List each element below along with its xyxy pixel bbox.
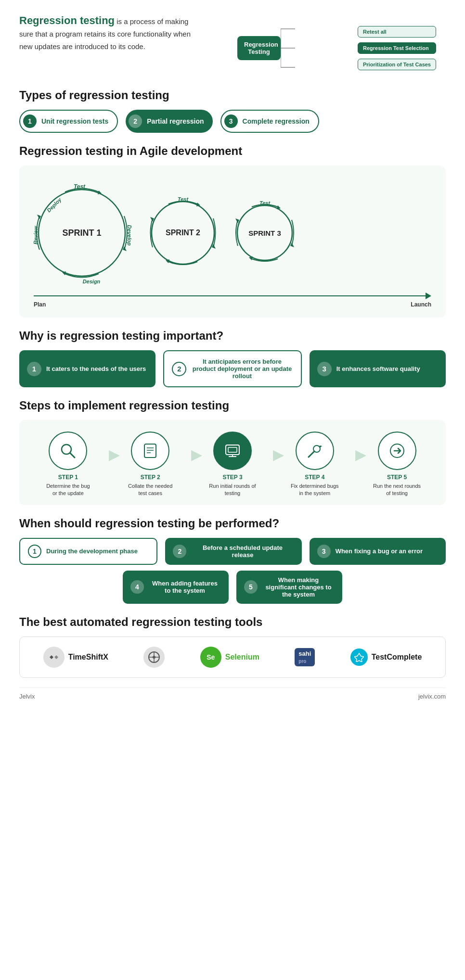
type-label-3: Complete regression xyxy=(243,117,310,125)
why-num-2: 2 xyxy=(172,362,186,376)
step-item-5: STEP 5 Run the next rounds of testing xyxy=(356,432,438,497)
step5-icon xyxy=(378,432,416,470)
sprint3-wrapper: Test SPRINT 3 xyxy=(231,199,298,267)
step4-desc: Fix determined bugs in the system xyxy=(291,483,339,497)
tool-timeshiftx: TimeShiftX xyxy=(43,647,108,668)
tree-node-1: Retest all xyxy=(358,26,436,38)
step5-label: STEP 5 xyxy=(387,474,407,481)
step2-icon xyxy=(131,432,169,470)
main-title: Regression testing is a process of makin… xyxy=(19,14,202,52)
svg-text:Test: Test xyxy=(178,196,189,202)
steps-row: ▶ STEP 1 Determine the bug or the update… xyxy=(27,432,438,497)
steering-icon xyxy=(143,647,165,668)
timeshiftx-icon xyxy=(43,647,65,668)
header-section: Regression testing is a process of makin… xyxy=(19,14,446,77)
type-label-2: Partial regression xyxy=(147,117,204,125)
when-num-1: 1 xyxy=(28,545,41,558)
tool-steering xyxy=(143,647,165,668)
timeline-labels: Plan Launch xyxy=(29,299,436,308)
svg-text:Test: Test xyxy=(259,200,271,206)
step3-label: STEP 3 xyxy=(222,474,242,481)
svg-text:Design: Design xyxy=(83,279,101,284)
when-num-2: 2 xyxy=(173,545,186,558)
timeline-arrow xyxy=(29,293,436,299)
svg-text:Review: Review xyxy=(33,226,39,244)
tools-row: TimeShiftX Se Selenium sahipro xyxy=(29,647,436,668)
why-item-3: 3 It enhances software quality xyxy=(310,350,446,387)
sprint1-wrapper: Test Develop Design Review Deploy SPRINT… xyxy=(29,180,135,286)
sprint3-label: SPRINT 3 xyxy=(248,229,281,237)
types-title: Types of regression testing xyxy=(19,89,446,102)
footer: Jelvix jelvix.com xyxy=(19,687,446,700)
when-item-1: 1 During the development phase xyxy=(19,538,157,565)
why-num-1: 1 xyxy=(27,362,41,376)
type-num-1: 1 xyxy=(23,115,37,128)
step-item-2: ▶ STEP 2 Collate the needed test cases xyxy=(109,432,192,497)
svg-point-40 xyxy=(153,656,155,659)
step3-desc: Run initial rounds of testing xyxy=(208,483,257,497)
testcomplete-icon xyxy=(350,649,368,666)
step2-label: STEP 2 xyxy=(141,474,160,481)
type-num-2: 2 xyxy=(129,115,142,128)
when-title: When should regression testing be perfor… xyxy=(19,517,446,530)
selenium-icon: Se xyxy=(200,647,221,668)
page: Regression testing is a process of makin… xyxy=(0,0,465,710)
step1-icon xyxy=(49,432,87,470)
why-text-3: It enhances software quality xyxy=(336,365,420,372)
sprint2-text: SPRINT 2 xyxy=(166,229,200,237)
tree-nodes: Retest all Regression Test Selection Pri… xyxy=(358,26,436,70)
sprint2-label: SPRINT 2 xyxy=(166,229,200,237)
tree-lines-svg xyxy=(281,19,358,77)
sprint3-text: SPRINT 3 xyxy=(248,229,281,237)
types-row: 1 Unit regression tests 2 Partial regres… xyxy=(19,110,446,133)
step-item-3: ▶ STEP 3 Run initial rounds of testing xyxy=(192,432,274,497)
footer-left: Jelvix xyxy=(19,693,35,700)
when-section: 1 During the development phase 2 Before … xyxy=(19,538,446,604)
testcomplete-label: TestComplete xyxy=(372,653,422,662)
why-item-2: 2 It anticipates errors before product d… xyxy=(163,350,301,387)
sprint2-wrapper: Test SPRINT 2 xyxy=(144,194,221,271)
svg-text:Develop: Develop xyxy=(127,225,132,246)
tool-testcomplete: TestComplete xyxy=(350,649,422,666)
when-text-5: When making significant changes to the s… xyxy=(262,576,335,598)
steps-section: ▶ STEP 1 Determine the bug or the update… xyxy=(19,420,446,505)
sprints-row: Test Develop Design Review Deploy SPRINT… xyxy=(29,175,436,291)
when-item-3: 3 When fixing a bug or an error xyxy=(310,538,446,565)
step4-icon xyxy=(296,432,334,470)
svg-rect-36 xyxy=(228,447,237,452)
when-text-1: During the development phase xyxy=(46,547,138,555)
type-item-3: 3 Complete regression xyxy=(220,110,319,133)
step3-icon xyxy=(213,432,252,470)
why-title: Why is regression testing important? xyxy=(19,329,446,343)
svg-rect-28 xyxy=(144,444,156,458)
when-num-3: 3 xyxy=(317,545,331,558)
why-text-1: It caters to the needs of the users xyxy=(46,365,146,372)
when-item-2: 2 Before a scheduled update release xyxy=(165,538,301,565)
when-text-4: When adding features to the system xyxy=(149,580,221,594)
when-num-4: 4 xyxy=(130,580,144,594)
type-item-2: 2 Partial regression xyxy=(126,110,212,133)
why-item-1: 1 It caters to the needs of the users xyxy=(19,350,155,387)
timeline-arrowhead xyxy=(426,293,431,299)
when-text-3: When fixing a bug or an error xyxy=(336,547,423,555)
when-item-4: 4 When adding features to the system xyxy=(123,571,229,604)
svg-marker-21 xyxy=(277,205,281,209)
tree-node-2: Regression Test Selection xyxy=(358,42,436,54)
tools-section: TimeShiftX Se Selenium sahipro xyxy=(19,636,446,678)
timeline-line xyxy=(34,295,426,296)
step1-desc: Determine the bug or the update xyxy=(44,483,92,497)
when-item-5: 5 When making significant changes to the… xyxy=(236,571,342,604)
selenium-label: Selenium xyxy=(225,653,259,662)
sprint1-label: SPRINT 1 xyxy=(62,228,101,238)
timeline-label-launch: Launch xyxy=(411,301,431,308)
timeshiftx-label: TimeShiftX xyxy=(68,653,108,662)
tool-sahi: sahipro xyxy=(295,648,315,666)
step2-desc: Collate the needed test cases xyxy=(126,483,174,497)
type-num-3: 3 xyxy=(224,115,238,128)
type-label-1: Unit regression tests xyxy=(41,117,108,125)
tree-center: Regression Testing xyxy=(237,36,281,60)
svg-marker-23 xyxy=(249,256,253,260)
why-text-2: It anticipates errors before product dep… xyxy=(191,358,293,380)
tree-node-3: Prioritization of Test Cases xyxy=(358,59,436,70)
step5-desc: Run the next rounds of testing xyxy=(373,483,421,497)
